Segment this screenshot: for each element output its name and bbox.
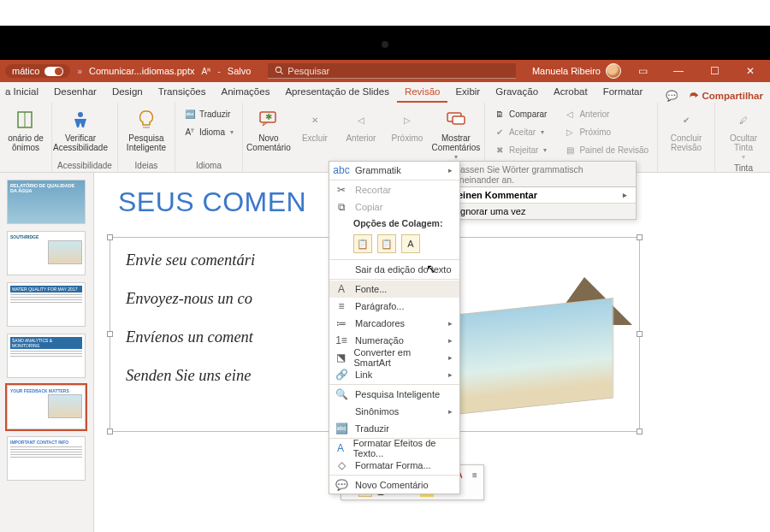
ctx-numbering[interactable]: 1≡Numeração▸ xyxy=(329,332,459,349)
svg-point-0 xyxy=(276,67,281,72)
copy-icon: ⧉ xyxy=(335,200,348,214)
tab-transitions[interactable]: Transições xyxy=(151,82,214,103)
paste-options-header: Opções de Colagem: xyxy=(329,216,459,231)
delete-comment-button[interactable]: ✕Excluir xyxy=(294,106,335,143)
dash: - xyxy=(217,66,221,76)
ctx-format-shape[interactable]: ◇Formatar Forma... xyxy=(329,457,459,474)
thesaurus-button[interactable]: onário de ônimos xyxy=(5,106,46,152)
paste-keep-source[interactable]: 📋 xyxy=(353,234,372,253)
ctx-translate[interactable]: 🔤Traduzir xyxy=(329,420,459,437)
tab-recording[interactable]: Gravação xyxy=(488,82,546,103)
svg-rect-9 xyxy=(453,116,465,124)
ribbon-tabs: a Inicial Desenhar Design Transições Ani… xyxy=(0,82,770,103)
compare-button[interactable]: 🗎Comparar xyxy=(490,106,550,121)
ctx-paragraph[interactable]: ≡Parágrafo... xyxy=(329,298,459,315)
accept-button[interactable]: ✔Aceitar▾ xyxy=(490,124,550,139)
thumbnail-4[interactable]: SAND ANALYTICS & MONITORING xyxy=(7,334,86,378)
document-name: Comunicar...idiomas.pptx xyxy=(89,66,195,76)
minimize-button[interactable]: — xyxy=(664,65,693,77)
translate-button[interactable]: 🔤Traduzir xyxy=(181,106,237,121)
svg-line-1 xyxy=(281,72,283,74)
slide-thumbnails[interactable]: RELATÓRIO DE QUALIDADE DA ÁGUA SOUTHRIDG… xyxy=(0,173,94,532)
reject-button[interactable]: ✖Rejeitar▾ xyxy=(490,142,550,157)
book-icon xyxy=(15,109,36,130)
tab-home[interactable]: a Inicial xyxy=(0,82,46,103)
search-input[interactable]: Pesquisar xyxy=(268,63,516,79)
resize-handle[interactable] xyxy=(637,234,643,240)
user-name: Manuela Ribeiro xyxy=(532,66,601,76)
ctx-new-comment[interactable]: 💬Novo Comentário xyxy=(329,476,459,494)
ctx-smart-lookup[interactable]: 🔍Pesquisa Inteligente xyxy=(329,386,459,403)
text-effects-icon: A xyxy=(335,441,346,455)
next-comment-button[interactable]: ▷Próximo xyxy=(387,106,428,143)
bulb-icon: 🔍 xyxy=(335,387,348,401)
tab-review[interactable]: Revisão xyxy=(397,82,448,103)
thumbnail-3[interactable]: WATER QUALITY FOR MAY 2017 xyxy=(7,282,86,327)
grammar-suggestions-panel: Passen Sie Wörter grammatisch aneinander… xyxy=(447,161,637,220)
thumbnail-1[interactable]: RELATÓRIO DE QUALIDADE DA ÁGUA xyxy=(7,180,86,224)
tab-format[interactable]: Formatar xyxy=(595,82,651,103)
grammar-suggestion[interactable]: einen Kommentar▸ xyxy=(447,186,637,204)
group-thesaurus: onário de ônimos xyxy=(0,103,52,172)
ctx-cut[interactable]: ✂Recortar xyxy=(329,181,459,198)
thumbnail-6[interactable]: IMPORTANT CONTACT INFO xyxy=(7,436,86,481)
translate-icon: 🔤 xyxy=(335,422,348,435)
ctx-link[interactable]: 🔗Link▸ xyxy=(329,366,459,383)
user-account[interactable]: Manuela Ribeiro xyxy=(532,63,621,79)
grammar-hint: Passen Sie Wörter grammatisch aneinander… xyxy=(447,162,636,187)
paste-merge[interactable]: 📋 xyxy=(377,234,396,253)
chevron-right-icon: » xyxy=(77,67,82,76)
align-button[interactable]: ≡ xyxy=(468,468,482,482)
prev-comment-button[interactable]: ◁Anterior xyxy=(341,106,382,143)
title-bar: mático » Comunicar...idiomas.pptx Aᴿ - S… xyxy=(0,60,770,82)
tab-slideshow[interactable]: Apresentação de Slides xyxy=(277,82,396,103)
tab-acrobat[interactable]: Acrobat xyxy=(546,82,595,103)
ctx-smartart[interactable]: ⬔Converter em SmartArt▸ xyxy=(329,349,459,366)
resize-handle[interactable] xyxy=(107,429,113,434)
end-review-button[interactable]: ✔Concluir Revisão xyxy=(663,106,709,152)
smart-lookup-button[interactable]: Pesquisa Inteligente xyxy=(123,106,169,152)
ribbon-display-button[interactable]: ▭ xyxy=(628,65,657,77)
ctx-grammar[interactable]: abcGrammatik▸ xyxy=(329,162,459,179)
share-button[interactable]: Compartilhar xyxy=(689,91,763,101)
ctx-exit-edit[interactable]: Sair da edição do texto xyxy=(329,261,459,278)
comment-icon: 💬 xyxy=(335,478,348,492)
paste-options: 📋 📋 A xyxy=(329,231,459,258)
autosave-toggle[interactable]: mático xyxy=(5,64,70,78)
ctx-synonyms[interactable]: Sinônimos▸ xyxy=(329,403,459,420)
language-button[interactable]: AᵀIdioma▾ xyxy=(181,124,237,139)
bullets-icon: ≔ xyxy=(335,316,348,330)
thumbnail-5[interactable]: YOUR FEEDBACK MATTERS xyxy=(7,385,86,429)
review-pane-button[interactable]: ▤Painel de Revisão xyxy=(560,142,652,157)
thumbnail-2[interactable]: SOUTHRIDGE xyxy=(7,231,86,275)
show-comments-button[interactable]: Mostrar Comentários▾ xyxy=(433,106,479,162)
maximize-button[interactable]: ☐ xyxy=(700,65,729,77)
paste-text-only[interactable]: A xyxy=(401,234,420,253)
avatar xyxy=(606,63,621,79)
toggle-icon xyxy=(44,67,63,76)
ctx-copy[interactable]: ⧉Copiar xyxy=(329,198,459,216)
new-comment-button[interactable]: ✱ Novo Comentário xyxy=(248,106,289,152)
numbering-icon: 1≡ xyxy=(335,334,348,347)
grammar-icon: abc xyxy=(335,163,348,177)
ignore-once[interactable]: Ignorar uma vez xyxy=(447,204,636,219)
tab-design[interactable]: Design xyxy=(104,82,151,103)
tab-draw[interactable]: Desenhar xyxy=(46,82,104,103)
ctx-bullets[interactable]: ≔Marcadores▸ xyxy=(329,315,459,332)
ctx-font[interactable]: AFonte... xyxy=(329,281,459,298)
svg-text:✱: ✱ xyxy=(265,112,272,121)
check-accessibility-button[interactable]: Verificar Acessibilidade xyxy=(57,106,104,152)
comments-pane-icon[interactable]: 💬 xyxy=(665,89,678,103)
review-next-button[interactable]: ▷Próximo xyxy=(560,124,652,139)
accessibility-badge[interactable]: Aᴿ xyxy=(201,67,210,76)
hide-ink-button[interactable]: 🖊Ocultar Tinta▾ xyxy=(720,106,767,162)
tab-view[interactable]: Exibir xyxy=(447,82,488,103)
tab-animations[interactable]: Animações xyxy=(214,82,278,103)
smartart-icon: ⬔ xyxy=(335,351,347,364)
review-prev-button[interactable]: ◁Anterior xyxy=(560,106,652,121)
close-button[interactable]: ✕ xyxy=(736,65,765,77)
context-menu: abcGrammatik▸ ✂Recortar ⧉Copiar Opções d… xyxy=(329,161,460,494)
resize-handle[interactable] xyxy=(107,331,113,337)
ctx-format-text-effects[interactable]: AFormatar Efeitos de Texto... xyxy=(329,440,459,457)
resize-handle[interactable] xyxy=(107,234,113,240)
